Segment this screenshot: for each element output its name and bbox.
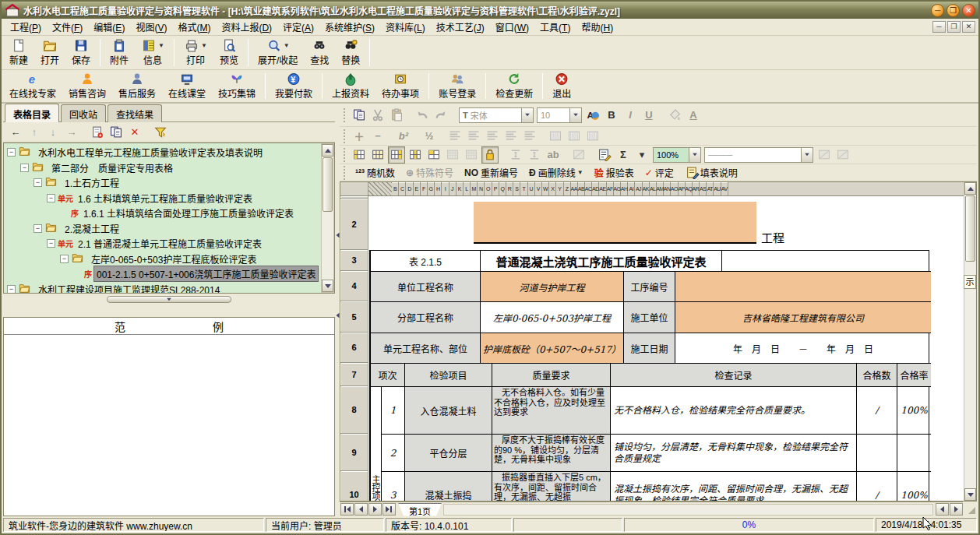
menu-item-5[interactable]: 资料上报(D) — [216, 19, 277, 35]
tree-scroll-down-icon[interactable] — [322, 280, 333, 292]
new-node-button[interactable] — [89, 124, 106, 141]
cell-header-quality-req[interactable]: 质量要求 — [492, 364, 611, 387]
menu-item-6[interactable]: 评定(A) — [277, 19, 319, 35]
column-header-AB[interactable]: AB — [578, 182, 585, 195]
column-header-O[interactable]: O — [485, 182, 492, 195]
nav-down-button[interactable]: ↓ — [44, 124, 62, 141]
close-button[interactable]: ✕ — [962, 4, 975, 17]
replace-button[interactable]: 替换 — [335, 37, 366, 69]
column-header-X[interactable]: X — [549, 182, 556, 195]
insert-col-left-button[interactable] — [351, 146, 368, 164]
menu-item-11[interactable]: 工具(T) — [534, 19, 576, 35]
select-all-corner[interactable] — [368, 182, 392, 195]
column-header-M[interactable]: M — [471, 182, 478, 195]
dropdown-arrow-icon[interactable]: ▼ — [284, 42, 290, 49]
superscript-button[interactable]: b² — [395, 128, 412, 145]
column-header-AR[interactable]: AR — [693, 182, 700, 195]
column-header-AQ[interactable]: AQ — [686, 182, 693, 195]
cell-value-division-project[interactable]: 左岸0-065-0+503护岸工程 — [481, 302, 624, 333]
scroll-up-icon[interactable] — [964, 182, 976, 195]
column-header-L[interactable]: L — [464, 182, 471, 195]
column-header-J[interactable]: J — [449, 182, 457, 195]
align-right-button[interactable] — [502, 128, 520, 145]
tree-item[interactable]: −水利水电工程单元工程施工质量验收评定表及填表说明 — [4, 145, 321, 160]
delete-node-button[interactable]: ✕ — [126, 124, 143, 141]
cell-label-construction-date[interactable]: 施工日期 — [624, 333, 675, 364]
nav-forward-button[interactable]: → — [63, 124, 80, 141]
todo-items-button[interactable]: 待办事项 — [375, 71, 425, 101]
cell-pass-rate[interactable] — [897, 435, 931, 472]
cell-pass-rate[interactable]: 100% — [897, 472, 931, 501]
after-sales-button[interactable]: 售后服务 — [112, 71, 162, 101]
column-header-AE[interactable]: AE — [599, 182, 606, 195]
scroll-thumb[interactable] — [965, 195, 975, 262]
column-header-AO[interactable]: AO — [671, 182, 678, 195]
tree-item[interactable]: −左岸0-065-0+503护岸工程底板砼评定表 — [4, 252, 321, 267]
cell-header-pass-rate[interactable]: 合格率 — [897, 364, 931, 387]
auto-sum-button[interactable]: Σ — [615, 146, 632, 164]
column-header-AD[interactable]: AD — [592, 182, 599, 195]
renumber-button[interactable]: NO重新编号 — [459, 164, 523, 181]
find-button[interactable]: 查找 — [304, 37, 335, 69]
horizontal-splitter[interactable] — [3, 294, 335, 305]
row-header-7[interactable]: 7 — [340, 363, 368, 386]
insert-col-right-button[interactable] — [388, 146, 405, 164]
copy-node-button[interactable] — [108, 124, 125, 141]
nav-up-button[interactable]: ↑ — [26, 124, 43, 141]
tree-item[interactable]: 序1.6.1 土料填筑结合面处理工序施工质量验收评定表 — [4, 206, 321, 221]
lock-cell-button[interactable] — [481, 146, 499, 164]
mdi-close-button[interactable]: ✕ — [962, 21, 975, 33]
cell-check-item[interactable]: 平仓分层 — [405, 435, 492, 472]
random-number-button[interactable]: ¹²³随机数 — [350, 164, 400, 181]
column-header-AH[interactable]: AH — [621, 182, 628, 195]
align-center-button[interactable] — [484, 128, 501, 145]
tab-查找结果[interactable]: 查找结果 — [108, 104, 162, 122]
cell-label-construction-unit[interactable]: 施工单位 — [624, 302, 675, 333]
special-symbol-button[interactable]: ⊕特殊符号 — [400, 164, 459, 181]
cell-header-pass-count[interactable]: 合格数 — [857, 364, 897, 387]
cell-value-unit-project[interactable]: 河道与护岸工程 — [481, 272, 624, 302]
menu-item-10[interactable]: 窗口(W) — [490, 19, 534, 35]
account-login-button[interactable]: 账号登录 — [432, 71, 482, 101]
editor-vertical-scrollbar[interactable] — [964, 182, 976, 501]
fill-pattern-1-button[interactable] — [444, 146, 461, 164]
check-update-button[interactable]: 检查更新 — [489, 71, 539, 101]
splitter-left-arrow-icon[interactable] — [336, 233, 339, 238]
pattern-dense-button[interactable] — [566, 128, 583, 145]
cell-item-no[interactable]: 3 — [382, 472, 405, 501]
tree-scroll-up-icon[interactable] — [322, 144, 333, 157]
tree-item[interactable]: −第二部分 质量评定专用表格 — [4, 160, 321, 176]
open-button[interactable]: 打开 — [34, 37, 65, 69]
copy-button[interactable] — [351, 107, 368, 124]
cut-button[interactable] — [369, 107, 386, 124]
cell-category-strip[interactable] — [371, 387, 382, 435]
row-header-5[interactable]: 5 — [340, 301, 368, 333]
column-header-AM[interactable]: AM — [657, 182, 664, 195]
upload-data-button[interactable]: 上报资料 — [326, 71, 375, 101]
cell-quality-req[interactable]: 无不合格料入仓。如有少量不合格料入仓，应及时处理至达到要求 — [492, 387, 611, 435]
remove-item-button[interactable]: − — [369, 128, 386, 145]
tree-expander-icon[interactable]: − — [33, 224, 42, 233]
horizontal-scrollbar[interactable] — [443, 504, 933, 516]
toolbar-grip[interactable] — [344, 166, 347, 180]
row-header-8[interactable]: 8 — [340, 386, 368, 434]
font-family-combobox[interactable]: T宋体 — [459, 107, 534, 123]
menu-item-7[interactable]: 系统维护(S) — [319, 19, 380, 35]
column-header-G[interactable]: G — [428, 182, 435, 195]
column-header-I[interactable]: I — [442, 182, 449, 195]
tree-expander-icon[interactable]: − — [20, 164, 29, 172]
column-header-R[interactable]: R — [506, 182, 513, 195]
row-header-2[interactable]: 2 — [340, 199, 368, 250]
select-row-button[interactable] — [369, 146, 386, 164]
fraction-button[interactable]: ½ — [421, 128, 438, 145]
sales-consult-button[interactable]: 销售咨询 — [62, 71, 112, 101]
inspection-form-button[interactable]: 验报验表 — [589, 164, 640, 181]
tree-item[interactable]: −单元2.1 普通混凝土单元工程施工质量验收评定表 — [4, 236, 321, 252]
row-header-4[interactable]: 4 — [340, 271, 368, 301]
tree-item[interactable]: −2.混凝土工程 — [4, 221, 321, 237]
underline-button[interactable]: U — [640, 107, 657, 124]
expand-collapse-button[interactable]: ▼展开/收起 — [252, 37, 304, 69]
column-header-AV[interactable]: AV — [721, 182, 728, 195]
online-expert-button[interactable]: e在线找专家 — [3, 71, 62, 101]
row-header-10[interactable]: 10 — [340, 471, 368, 501]
